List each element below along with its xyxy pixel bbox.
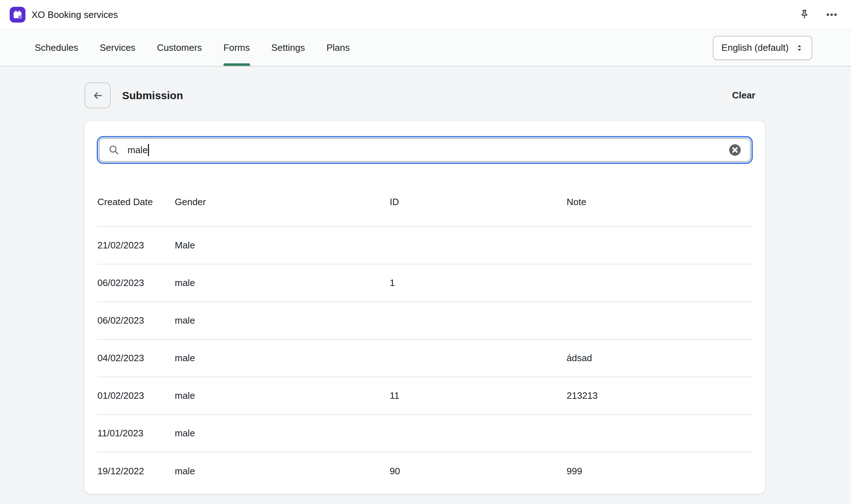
column-header-gender: Gender	[175, 195, 390, 209]
clear-button[interactable]: Clear	[732, 90, 755, 101]
back-button[interactable]	[85, 82, 111, 108]
cell-created-date: 21/02/2023	[97, 240, 175, 251]
search-clear-icon[interactable]	[729, 144, 741, 156]
search-input[interactable]: male	[99, 138, 751, 162]
cell-gender: male	[175, 390, 390, 401]
column-header-created-date: Created Date	[97, 195, 157, 209]
table-row[interactable]: 06/02/2023 male 1	[97, 265, 752, 302]
table-row[interactable]: 01/02/2023 male 11 213213	[97, 377, 752, 415]
table-row[interactable]: 21/02/2023 Male	[97, 227, 752, 265]
cell-note: ádsad	[567, 353, 752, 364]
column-header-note: Note	[567, 195, 752, 209]
cell-created-date: 19/12/2022	[97, 466, 175, 477]
cell-gender: male	[175, 466, 390, 477]
arrow-left-icon	[91, 89, 104, 102]
tab-schedules[interactable]: Schedules	[35, 30, 78, 66]
table-header: Created Date Gender ID Note	[97, 178, 752, 227]
text-cursor	[148, 144, 149, 156]
tab-plans[interactable]: Plans	[326, 30, 350, 66]
cell-gender: male	[175, 428, 390, 439]
cell-created-date: 06/02/2023	[97, 277, 175, 289]
topbar-actions	[798, 9, 838, 21]
submission-card: male Created Date Gender ID Note 21/02/2…	[85, 121, 765, 494]
tab-settings[interactable]: Settings	[271, 30, 305, 66]
cell-gender: male	[175, 277, 390, 289]
language-selector[interactable]: English (default)	[713, 36, 812, 60]
page-header: Submission Clear	[85, 82, 765, 108]
topbar: XO Booking services	[0, 0, 851, 30]
nav-tabs: Schedules Services Customers Forms Setti…	[35, 30, 350, 66]
table-row[interactable]: 04/02/2023 male ádsad	[97, 340, 752, 377]
calendar-clock-icon	[13, 10, 23, 20]
app-logo	[10, 7, 25, 23]
cell-gender: male	[175, 315, 390, 326]
cell-gender: male	[175, 353, 390, 364]
tab-services[interactable]: Services	[100, 30, 135, 66]
tab-forms[interactable]: Forms	[223, 30, 250, 66]
more-menu-icon[interactable]	[826, 9, 838, 21]
cell-gender: Male	[175, 240, 390, 251]
cell-created-date: 06/02/2023	[97, 315, 175, 326]
tab-customers[interactable]: Customers	[157, 30, 202, 66]
cell-id: 11	[390, 390, 567, 401]
search-icon	[108, 144, 120, 156]
cell-created-date: 04/02/2023	[97, 353, 175, 364]
cell-id: 90	[390, 466, 567, 477]
cell-created-date: 01/02/2023	[97, 390, 175, 401]
column-header-id: ID	[390, 195, 567, 209]
table-row[interactable]: 19/12/2022 male 90 999	[97, 452, 752, 490]
page-title: Submission	[122, 89, 183, 102]
table-row[interactable]: 11/01/2023 male	[97, 415, 752, 452]
select-arrows-icon	[795, 43, 804, 53]
app-title: XO Booking services	[32, 9, 118, 20]
navbar: Schedules Services Customers Forms Setti…	[0, 30, 851, 67]
table-row[interactable]: 06/02/2023 male	[97, 302, 752, 340]
search-input-value: male	[128, 145, 148, 156]
cell-note: 999	[567, 466, 752, 477]
cell-id: 1	[390, 277, 567, 289]
cell-created-date: 11/01/2023	[97, 428, 175, 439]
cell-note: 213213	[567, 390, 752, 401]
language-selector-value: English (default)	[721, 42, 789, 53]
pin-icon[interactable]	[798, 9, 811, 21]
